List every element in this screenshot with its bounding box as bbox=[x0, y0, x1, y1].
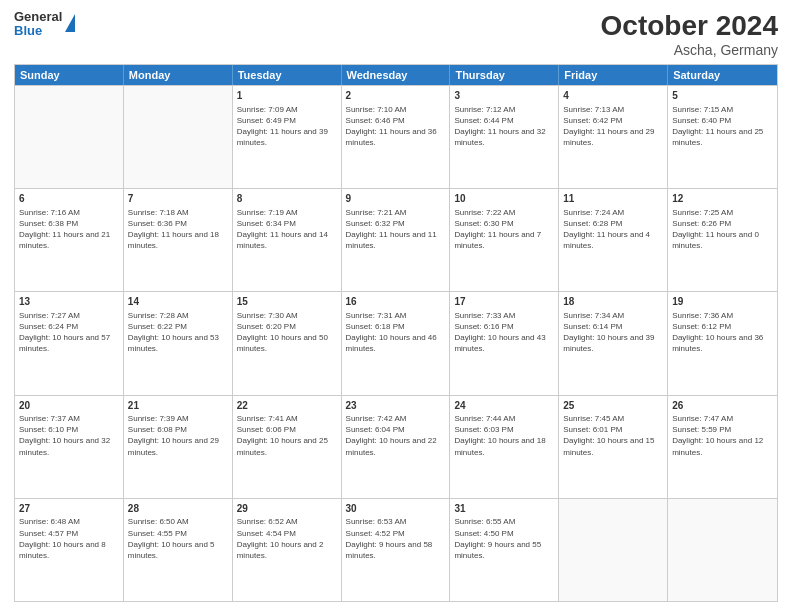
day-number: 22 bbox=[237, 399, 337, 413]
cell-text: Sunrise: 7:30 AM Sunset: 6:20 PM Dayligh… bbox=[237, 310, 337, 355]
calendar: SundayMondayTuesdayWednesdayThursdayFrid… bbox=[14, 64, 778, 602]
day-number: 15 bbox=[237, 295, 337, 309]
calendar-header-cell: Wednesday bbox=[342, 65, 451, 85]
cell-text: Sunrise: 7:41 AM Sunset: 6:06 PM Dayligh… bbox=[237, 413, 337, 458]
cell-text: Sunrise: 7:13 AM Sunset: 6:42 PM Dayligh… bbox=[563, 104, 663, 149]
cell-text: Sunrise: 7:39 AM Sunset: 6:08 PM Dayligh… bbox=[128, 413, 228, 458]
cell-text: Sunrise: 7:44 AM Sunset: 6:03 PM Dayligh… bbox=[454, 413, 554, 458]
calendar-cell: 26Sunrise: 7:47 AM Sunset: 5:59 PM Dayli… bbox=[668, 396, 777, 498]
calendar-header-cell: Saturday bbox=[668, 65, 777, 85]
cell-text: Sunrise: 7:34 AM Sunset: 6:14 PM Dayligh… bbox=[563, 310, 663, 355]
calendar-cell: 24Sunrise: 7:44 AM Sunset: 6:03 PM Dayli… bbox=[450, 396, 559, 498]
logo-text: General Blue bbox=[14, 10, 62, 39]
day-number: 4 bbox=[563, 89, 663, 103]
day-number: 6 bbox=[19, 192, 119, 206]
cell-text: Sunrise: 7:18 AM Sunset: 6:36 PM Dayligh… bbox=[128, 207, 228, 252]
cell-text: Sunrise: 6:52 AM Sunset: 4:54 PM Dayligh… bbox=[237, 516, 337, 561]
cell-text: Sunrise: 7:24 AM Sunset: 6:28 PM Dayligh… bbox=[563, 207, 663, 252]
calendar-cell: 2Sunrise: 7:10 AM Sunset: 6:46 PM Daylig… bbox=[342, 86, 451, 188]
day-number: 18 bbox=[563, 295, 663, 309]
calendar-cell bbox=[124, 86, 233, 188]
day-number: 31 bbox=[454, 502, 554, 516]
day-number: 26 bbox=[672, 399, 773, 413]
cell-text: Sunrise: 7:31 AM Sunset: 6:18 PM Dayligh… bbox=[346, 310, 446, 355]
day-number: 5 bbox=[672, 89, 773, 103]
day-number: 12 bbox=[672, 192, 773, 206]
calendar-cell: 30Sunrise: 6:53 AM Sunset: 4:52 PM Dayli… bbox=[342, 499, 451, 601]
calendar-cell: 19Sunrise: 7:36 AM Sunset: 6:12 PM Dayli… bbox=[668, 292, 777, 394]
day-number: 29 bbox=[237, 502, 337, 516]
day-number: 24 bbox=[454, 399, 554, 413]
calendar-header-cell: Tuesday bbox=[233, 65, 342, 85]
calendar-week: 13Sunrise: 7:27 AM Sunset: 6:24 PM Dayli… bbox=[15, 291, 777, 394]
calendar-cell: 6Sunrise: 7:16 AM Sunset: 6:38 PM Daylig… bbox=[15, 189, 124, 291]
calendar-cell: 9Sunrise: 7:21 AM Sunset: 6:32 PM Daylig… bbox=[342, 189, 451, 291]
cell-text: Sunrise: 7:12 AM Sunset: 6:44 PM Dayligh… bbox=[454, 104, 554, 149]
calendar-cell: 16Sunrise: 7:31 AM Sunset: 6:18 PM Dayli… bbox=[342, 292, 451, 394]
calendar-week: 20Sunrise: 7:37 AM Sunset: 6:10 PM Dayli… bbox=[15, 395, 777, 498]
calendar-cell: 17Sunrise: 7:33 AM Sunset: 6:16 PM Dayli… bbox=[450, 292, 559, 394]
calendar-cell: 4Sunrise: 7:13 AM Sunset: 6:42 PM Daylig… bbox=[559, 86, 668, 188]
page-title: October 2024 bbox=[601, 10, 778, 42]
cell-text: Sunrise: 7:37 AM Sunset: 6:10 PM Dayligh… bbox=[19, 413, 119, 458]
day-number: 2 bbox=[346, 89, 446, 103]
day-number: 3 bbox=[454, 89, 554, 103]
cell-text: Sunrise: 7:45 AM Sunset: 6:01 PM Dayligh… bbox=[563, 413, 663, 458]
cell-text: Sunrise: 7:21 AM Sunset: 6:32 PM Dayligh… bbox=[346, 207, 446, 252]
cell-text: Sunrise: 7:28 AM Sunset: 6:22 PM Dayligh… bbox=[128, 310, 228, 355]
calendar-cell: 14Sunrise: 7:28 AM Sunset: 6:22 PM Dayli… bbox=[124, 292, 233, 394]
calendar-cell: 23Sunrise: 7:42 AM Sunset: 6:04 PM Dayli… bbox=[342, 396, 451, 498]
calendar-week: 27Sunrise: 6:48 AM Sunset: 4:57 PM Dayli… bbox=[15, 498, 777, 601]
calendar-header-cell: Thursday bbox=[450, 65, 559, 85]
cell-text: Sunrise: 7:42 AM Sunset: 6:04 PM Dayligh… bbox=[346, 413, 446, 458]
calendar-cell bbox=[559, 499, 668, 601]
page: General Blue October 2024 Ascha, Germany… bbox=[0, 0, 792, 612]
cell-text: Sunrise: 7:16 AM Sunset: 6:38 PM Dayligh… bbox=[19, 207, 119, 252]
calendar-header-row: SundayMondayTuesdayWednesdayThursdayFrid… bbox=[15, 65, 777, 85]
cell-text: Sunrise: 6:50 AM Sunset: 4:55 PM Dayligh… bbox=[128, 516, 228, 561]
calendar-cell: 31Sunrise: 6:55 AM Sunset: 4:50 PM Dayli… bbox=[450, 499, 559, 601]
day-number: 1 bbox=[237, 89, 337, 103]
calendar-body: 1Sunrise: 7:09 AM Sunset: 6:49 PM Daylig… bbox=[15, 85, 777, 601]
logo: General Blue bbox=[14, 10, 75, 39]
day-number: 14 bbox=[128, 295, 228, 309]
day-number: 8 bbox=[237, 192, 337, 206]
calendar-cell: 29Sunrise: 6:52 AM Sunset: 4:54 PM Dayli… bbox=[233, 499, 342, 601]
calendar-cell: 12Sunrise: 7:25 AM Sunset: 6:26 PM Dayli… bbox=[668, 189, 777, 291]
day-number: 13 bbox=[19, 295, 119, 309]
calendar-header-cell: Sunday bbox=[15, 65, 124, 85]
day-number: 28 bbox=[128, 502, 228, 516]
day-number: 23 bbox=[346, 399, 446, 413]
day-number: 30 bbox=[346, 502, 446, 516]
cell-text: Sunrise: 7:22 AM Sunset: 6:30 PM Dayligh… bbox=[454, 207, 554, 252]
cell-text: Sunrise: 7:27 AM Sunset: 6:24 PM Dayligh… bbox=[19, 310, 119, 355]
calendar-cell: 27Sunrise: 6:48 AM Sunset: 4:57 PM Dayli… bbox=[15, 499, 124, 601]
cell-text: Sunrise: 7:36 AM Sunset: 6:12 PM Dayligh… bbox=[672, 310, 773, 355]
day-number: 27 bbox=[19, 502, 119, 516]
day-number: 19 bbox=[672, 295, 773, 309]
day-number: 16 bbox=[346, 295, 446, 309]
logo-triangle-icon bbox=[65, 14, 75, 32]
calendar-cell: 3Sunrise: 7:12 AM Sunset: 6:44 PM Daylig… bbox=[450, 86, 559, 188]
calendar-cell: 1Sunrise: 7:09 AM Sunset: 6:49 PM Daylig… bbox=[233, 86, 342, 188]
calendar-cell: 20Sunrise: 7:37 AM Sunset: 6:10 PM Dayli… bbox=[15, 396, 124, 498]
day-number: 20 bbox=[19, 399, 119, 413]
cell-text: Sunrise: 7:19 AM Sunset: 6:34 PM Dayligh… bbox=[237, 207, 337, 252]
day-number: 10 bbox=[454, 192, 554, 206]
calendar-header-cell: Monday bbox=[124, 65, 233, 85]
logo-general: General bbox=[14, 10, 62, 24]
cell-text: Sunrise: 7:10 AM Sunset: 6:46 PM Dayligh… bbox=[346, 104, 446, 149]
calendar-cell: 5Sunrise: 7:15 AM Sunset: 6:40 PM Daylig… bbox=[668, 86, 777, 188]
day-number: 25 bbox=[563, 399, 663, 413]
cell-text: Sunrise: 6:53 AM Sunset: 4:52 PM Dayligh… bbox=[346, 516, 446, 561]
day-number: 21 bbox=[128, 399, 228, 413]
calendar-cell: 8Sunrise: 7:19 AM Sunset: 6:34 PM Daylig… bbox=[233, 189, 342, 291]
cell-text: Sunrise: 6:48 AM Sunset: 4:57 PM Dayligh… bbox=[19, 516, 119, 561]
cell-text: Sunrise: 7:09 AM Sunset: 6:49 PM Dayligh… bbox=[237, 104, 337, 149]
day-number: 9 bbox=[346, 192, 446, 206]
calendar-header-cell: Friday bbox=[559, 65, 668, 85]
header: General Blue October 2024 Ascha, Germany bbox=[14, 10, 778, 58]
day-number: 11 bbox=[563, 192, 663, 206]
calendar-cell: 13Sunrise: 7:27 AM Sunset: 6:24 PM Dayli… bbox=[15, 292, 124, 394]
calendar-week: 1Sunrise: 7:09 AM Sunset: 6:49 PM Daylig… bbox=[15, 85, 777, 188]
